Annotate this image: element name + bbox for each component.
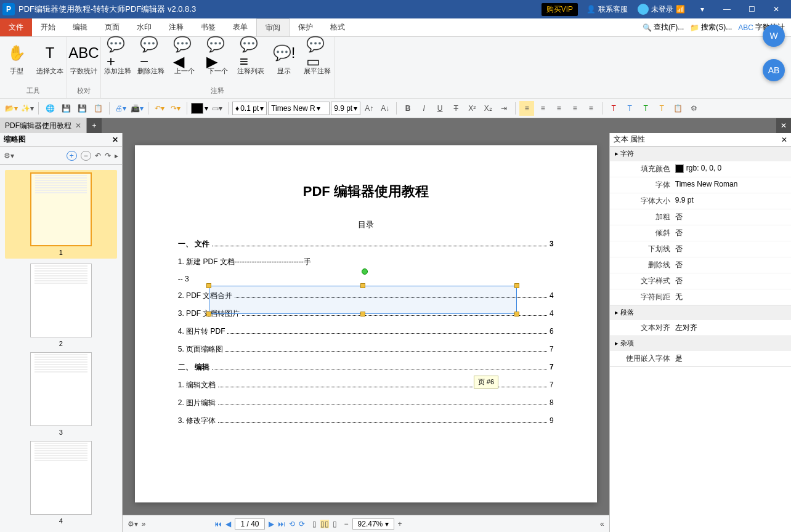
selection-handle-s[interactable] xyxy=(360,312,365,316)
close-tab-icon[interactable]: ✕ xyxy=(75,121,81,130)
increase-font-button[interactable]: A↑ xyxy=(362,101,376,116)
zoom-out-button[interactable]: − xyxy=(344,520,349,528)
thumbnail-item[interactable]: 1 xyxy=(5,170,117,259)
document-scroll[interactable]: PDF 编辑器使用教程 目录 一、 文件31. 新建 PDF 文档-------… xyxy=(123,133,609,515)
align-left-button[interactable]: ≡ xyxy=(519,101,534,116)
props-row[interactable]: 填充颜色rgb: 0, 0, 0 xyxy=(610,161,791,177)
tab-review[interactable]: 审阅 xyxy=(256,18,290,36)
document-tab[interactable]: PDF编辑器使用教程 ✕ xyxy=(0,118,87,133)
align-right-button[interactable]: ≡ xyxy=(551,101,566,116)
search-button[interactable]: 📁搜索(S)... xyxy=(690,22,732,33)
zoom-field[interactable]: 92.47% ▾ xyxy=(352,518,394,530)
selection-handle-nw[interactable] xyxy=(206,283,211,288)
close-properties-icon[interactable]: ✕ xyxy=(781,135,787,144)
strike-button[interactable]: T xyxy=(448,101,463,116)
page-canvas[interactable]: PDF 编辑器使用教程 目录 一、 文件31. 新建 PDF 文档-------… xyxy=(135,145,597,502)
copy-button[interactable]: 📋 xyxy=(91,101,105,116)
color-picker[interactable] xyxy=(191,103,203,114)
history-back-button[interactable]: ⟲ xyxy=(289,520,295,528)
tab-edit[interactable]: 编辑 xyxy=(64,18,96,36)
thumbnails-list[interactable]: 1234 xyxy=(0,165,122,532)
toc-line[interactable]: 3. 修改字体9 xyxy=(178,412,554,430)
tab-form[interactable]: 表单 xyxy=(224,18,256,36)
props-row[interactable]: 文字样式否 xyxy=(610,273,791,289)
props-row[interactable]: 字体Times New Roman xyxy=(610,177,791,193)
italic-button[interactable]: I xyxy=(416,101,431,116)
zoom-out-thumbs-icon[interactable]: − xyxy=(81,151,91,161)
text-green-button[interactable]: T xyxy=(638,101,653,116)
props-row[interactable]: 字符间距无 xyxy=(610,289,791,305)
buy-vip-button[interactable]: 购买VIP xyxy=(542,3,578,16)
text-red-button[interactable]: T xyxy=(606,101,621,116)
float-word-button[interactable]: W xyxy=(763,25,785,47)
ribbon-item[interactable]: 💬−删除注释 xyxy=(134,39,168,85)
toc-line[interactable]: 二、 编辑7 xyxy=(178,358,554,376)
selection-box[interactable] xyxy=(209,286,517,314)
props-section-header[interactable]: ▸ 杂项 xyxy=(610,336,791,350)
text-orange-button[interactable]: T xyxy=(654,101,669,116)
saveall-button[interactable]: 💾 xyxy=(75,101,89,116)
thumbnail-item[interactable]: 2 xyxy=(5,264,117,347)
scan-button[interactable]: 📠▾ xyxy=(129,101,144,116)
color-dropdown-icon[interactable]: ▾ xyxy=(205,104,208,113)
settings-button[interactable]: ⚙ xyxy=(686,101,701,116)
align-distribute-button[interactable]: ≡ xyxy=(583,101,598,116)
stroke-width-field[interactable]: ♦0.1 pt▾ xyxy=(232,102,267,115)
find-button[interactable]: 🔍查找(F)... xyxy=(643,22,684,33)
props-row[interactable]: 字体大小9.9 pt xyxy=(610,193,791,209)
status-options-icon[interactable]: ⚙▾ xyxy=(128,520,138,528)
save-button[interactable]: 💾 xyxy=(59,101,73,116)
first-page-button[interactable]: ⏮ xyxy=(214,520,222,528)
props-row[interactable]: 下划线否 xyxy=(610,241,791,257)
props-section-header[interactable]: ▸ 字符 xyxy=(610,147,791,161)
toc-line[interactable]: 4. 图片转 PDF6 xyxy=(178,323,554,341)
status-expand-icon[interactable]: » xyxy=(142,520,146,528)
ribbon-item[interactable]: 💬◀上一个 xyxy=(168,39,201,85)
status-collapse-icon[interactable]: « xyxy=(600,520,604,528)
subscript-button[interactable]: X₂ xyxy=(481,101,495,116)
redo-button[interactable]: ↷▾ xyxy=(168,101,183,116)
close-thumbnails-icon[interactable]: ✕ xyxy=(112,135,118,144)
history-fwd-button[interactable]: ⟳ xyxy=(299,520,305,528)
tab-page[interactable]: 页面 xyxy=(96,18,128,36)
superscript-button[interactable]: X² xyxy=(464,101,479,116)
align-center-button[interactable]: ≡ xyxy=(535,101,550,116)
toc-line[interactable]: 5. 页面缩略图7 xyxy=(178,341,554,358)
thumbs-options-icon[interactable]: ⚙▾ xyxy=(4,151,14,160)
single-page-view-icon[interactable]: ▯ xyxy=(312,520,317,528)
props-row[interactable]: 文本对齐左对齐 xyxy=(610,320,791,336)
clipboard-button[interactable]: 📋 xyxy=(670,101,685,116)
ribbon-item[interactable]: 💬!显示 xyxy=(267,39,301,85)
font-family-field[interactable]: Times New R▾ xyxy=(268,102,330,115)
thumbnail-item[interactable]: 4 xyxy=(5,441,117,525)
selection-handle-se[interactable] xyxy=(514,312,519,316)
facing-view-icon[interactable]: ▯ xyxy=(333,520,337,528)
decrease-font-button[interactable]: A↓ xyxy=(378,101,392,116)
thumbnail-item[interactable]: 3 xyxy=(5,352,117,436)
text-blue-button[interactable]: T xyxy=(622,101,637,116)
selection-handle-n[interactable] xyxy=(360,283,365,288)
underline-button[interactable]: U xyxy=(432,101,447,116)
toc-line[interactable]: 一、 文件3 xyxy=(178,235,554,253)
selection-handle-ne[interactable] xyxy=(514,283,519,288)
ribbon-item[interactable]: ABC字数统计 xyxy=(67,39,100,85)
rotate-left-thumbs-icon[interactable]: ↶ xyxy=(95,151,101,160)
maximize-button[interactable]: ☐ xyxy=(739,1,764,18)
web-button[interactable]: 🌐 xyxy=(43,101,57,116)
tab-start[interactable]: 开始 xyxy=(32,18,64,36)
new-button[interactable]: ✨▾ xyxy=(20,101,34,116)
font-size-field[interactable]: 9.9 pt▾ xyxy=(331,102,360,115)
close-window-button[interactable]: ✕ xyxy=(764,1,789,18)
minimize-button[interactable]: — xyxy=(715,1,739,18)
props-section-header[interactable]: ▸ 段落 xyxy=(610,305,791,320)
open-button[interactable]: 📂▾ xyxy=(4,101,18,116)
zoom-in-button[interactable]: + xyxy=(398,520,402,528)
continuous-view-icon[interactable]: ▯▯ xyxy=(320,520,329,528)
rotate-right-thumbs-icon[interactable]: ↷ xyxy=(105,151,111,160)
bold-button[interactable]: B xyxy=(400,101,415,116)
thumbs-more-icon[interactable]: ▸ xyxy=(115,151,118,160)
ribbon-item[interactable]: 💬≡注释列表 xyxy=(234,39,267,85)
ribbon-item[interactable]: 💬▭展平注释 xyxy=(301,39,334,85)
prev-page-button[interactable]: ◀ xyxy=(225,520,231,528)
close-all-tabs-button[interactable]: ✕ xyxy=(776,118,791,133)
